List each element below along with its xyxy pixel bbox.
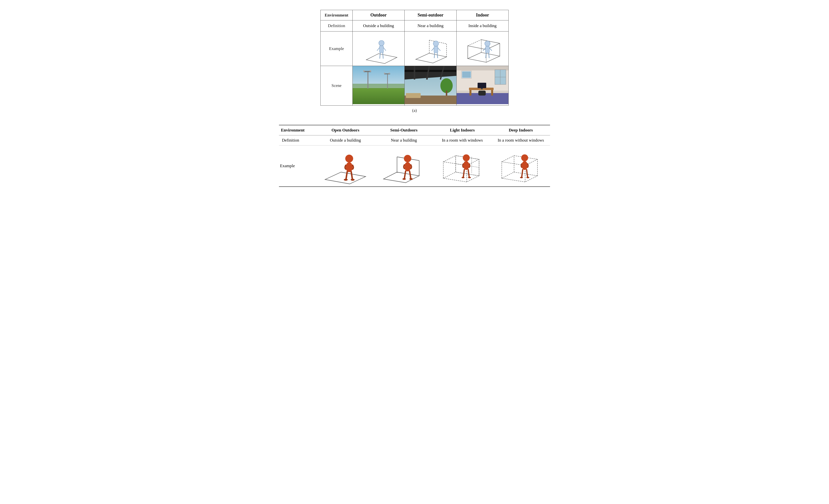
svg-rect-34 xyxy=(353,84,404,89)
svg-rect-35 xyxy=(367,71,368,89)
svg-line-16 xyxy=(438,48,440,51)
table-a-scene-semi xyxy=(405,66,457,106)
svg-rect-61 xyxy=(481,88,483,89)
table-b-example-deep xyxy=(492,146,550,187)
table-a-example-indoor xyxy=(457,32,509,66)
svg-line-20 xyxy=(481,40,500,43)
svg-rect-42 xyxy=(389,73,390,74)
svg-point-93 xyxy=(463,154,470,161)
table-a-scene-label: Scene xyxy=(321,66,353,106)
svg-point-69 xyxy=(345,155,353,162)
table-b-wrapper: Environment Open Outdoors Semi-Outdoors … xyxy=(279,125,550,187)
table-a-example-label: Example xyxy=(321,32,353,66)
svg-line-4 xyxy=(383,53,383,59)
svg-line-5 xyxy=(377,47,380,51)
svg-line-22 xyxy=(468,40,481,46)
table-a-wrapper: Environment Outdoor Semi-outdoor Indoor … xyxy=(320,10,509,113)
svg-rect-59 xyxy=(491,90,493,95)
svg-point-72 xyxy=(344,179,348,181)
indoor-figure-container xyxy=(458,33,507,65)
table-a-scene-row: Scene xyxy=(321,66,509,106)
svg-point-103 xyxy=(521,154,528,161)
svg-point-82 xyxy=(409,178,413,180)
svg-point-80 xyxy=(404,162,411,171)
svg-rect-33 xyxy=(353,88,404,104)
table-b-def-open: Outside a building xyxy=(316,135,374,146)
svg-line-6 xyxy=(384,47,386,51)
table-b-def-semi: Near a building xyxy=(374,135,433,146)
table-a-outdoor-header: Outdoor xyxy=(353,10,405,21)
b-deep-figure-container xyxy=(493,148,549,184)
svg-marker-7 xyxy=(416,53,446,63)
table-b-semi-header: Semi-Outdoors xyxy=(374,125,433,135)
table-b-def-label: Definition xyxy=(279,135,316,146)
svg-rect-50 xyxy=(406,93,421,98)
svg-marker-0 xyxy=(366,54,397,64)
table-a-example-semi xyxy=(405,32,457,66)
table-a-def-semi: Near a building xyxy=(405,21,457,32)
b-light-figure-svg xyxy=(440,148,485,184)
b-light-figure-container xyxy=(434,148,491,184)
table-a-scene-indoor xyxy=(457,66,509,106)
b-outdoor-figure-svg xyxy=(323,148,368,184)
svg-line-31 xyxy=(490,48,492,51)
b-semi-figure-svg xyxy=(381,148,427,184)
outdoor-figure-svg xyxy=(359,33,398,65)
table-a-def-label: Definition xyxy=(321,21,353,32)
semi-figure-container xyxy=(406,33,456,65)
svg-rect-27 xyxy=(485,46,490,53)
svg-marker-102 xyxy=(502,156,537,165)
b-deep-figure-svg xyxy=(498,148,544,184)
svg-point-11 xyxy=(433,41,439,46)
indoor-scene-svg xyxy=(457,66,508,104)
table-b-example-label: Example xyxy=(279,146,316,187)
svg-marker-74 xyxy=(384,172,419,183)
svg-point-106 xyxy=(527,177,529,178)
table-b-header-row: Environment Open Outdoors Semi-Outdoors … xyxy=(279,125,550,135)
svg-marker-17 xyxy=(468,52,500,62)
svg-line-23 xyxy=(468,46,486,49)
svg-rect-64 xyxy=(462,71,471,78)
semi-figure-svg xyxy=(411,33,450,65)
svg-marker-88 xyxy=(443,156,479,165)
table-b-example-open xyxy=(316,146,374,187)
svg-marker-97 xyxy=(502,172,537,182)
table-b-example-light xyxy=(433,146,492,187)
table-a-env-header: Environment xyxy=(321,10,353,21)
svg-point-95 xyxy=(462,177,465,178)
svg-rect-38 xyxy=(370,70,371,72)
svg-rect-39 xyxy=(387,73,388,89)
svg-line-15 xyxy=(432,48,434,51)
svg-rect-2 xyxy=(380,46,384,53)
svg-rect-60 xyxy=(478,83,486,88)
table-a-example-outdoor xyxy=(353,32,405,66)
svg-point-71 xyxy=(346,162,353,172)
svg-line-14 xyxy=(437,53,438,58)
svg-rect-52 xyxy=(446,90,447,95)
svg-point-26 xyxy=(485,41,490,46)
table-a-def-outdoor: Outside a building xyxy=(353,21,405,32)
table-b-example-row: Example xyxy=(279,146,550,187)
table-a-scene-outdoor xyxy=(353,66,405,106)
svg-marker-68 xyxy=(325,172,366,184)
outdoor-scene-svg xyxy=(353,66,404,104)
table-b-deep-header: Deep Indoors xyxy=(492,125,550,135)
table-b-light-header: Light Indoors xyxy=(433,125,492,135)
svg-point-79 xyxy=(404,155,411,162)
svg-rect-41 xyxy=(384,73,385,74)
table-a-def-indoor: Inside a building xyxy=(457,21,509,32)
svg-point-81 xyxy=(402,178,406,180)
table-a: Environment Outdoor Semi-outdoor Indoor … xyxy=(320,10,509,106)
svg-point-1 xyxy=(379,40,384,46)
semi-scene-svg xyxy=(405,66,457,104)
svg-marker-83 xyxy=(443,172,479,182)
b-outdoor-figure-container xyxy=(317,148,373,184)
svg-rect-58 xyxy=(469,90,471,95)
table-b-def-deep: In a room without windows xyxy=(492,135,550,146)
indoor-figure-svg xyxy=(463,33,502,65)
svg-line-3 xyxy=(380,53,380,59)
svg-rect-62 xyxy=(478,90,486,95)
table-b-def-light: In a room with windows xyxy=(433,135,492,146)
svg-point-96 xyxy=(468,177,471,178)
table-a-semi-header: Semi-outdoor xyxy=(405,10,457,21)
